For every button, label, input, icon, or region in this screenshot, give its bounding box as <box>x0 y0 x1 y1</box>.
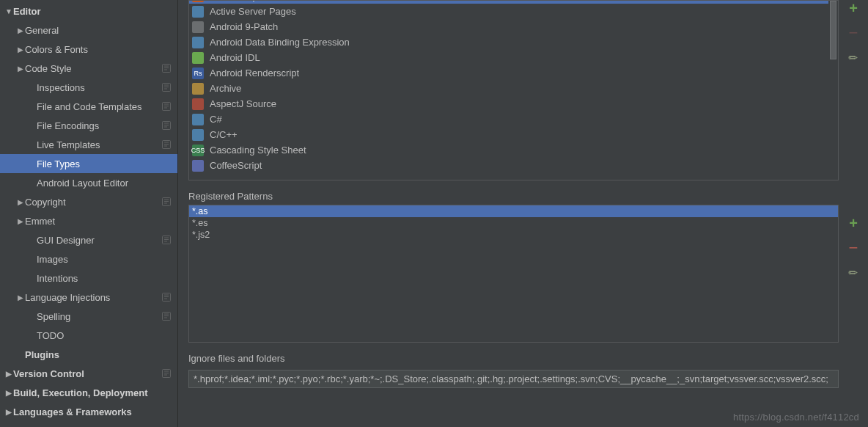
sidebar-item[interactable]: Inspections <box>0 78 177 97</box>
chevron-right-icon: ▶ <box>16 26 25 34</box>
sidebar-item[interactable]: GUI Designer <box>0 230 177 249</box>
svg-rect-37 <box>164 371 169 372</box>
sidebar-item[interactable]: ▶General <box>0 21 177 40</box>
filetype-row[interactable]: CSSCascading Style Sheet <box>189 142 838 158</box>
sidebar-item-label: Build, Execution, Deployment <box>13 387 177 398</box>
filetype-row[interactable]: Android Data Binding Expression <box>189 34 838 50</box>
svg-rect-9 <box>164 104 169 105</box>
scope-icon <box>160 82 173 92</box>
svg-rect-31 <box>164 299 167 299</box>
filetype-row[interactable]: Android IDL <box>189 50 838 65</box>
filetype-label: C/C++ <box>210 129 238 140</box>
scope-icon <box>160 139 173 150</box>
svg-rect-39 <box>164 375 167 376</box>
edit-pattern-button[interactable]: ✎ <box>842 261 864 284</box>
svg-rect-21 <box>164 200 169 200</box>
sidebar-item[interactable]: ▶Code Style <box>0 59 177 78</box>
chevron-right-icon: ▶ <box>4 389 13 397</box>
sidebar-item[interactable]: ▶Languages & Frameworks <box>0 402 177 421</box>
filetype-list[interactable]: ASActionScriptActive Server PagesAndroid… <box>188 0 839 180</box>
svg-rect-26 <box>164 239 169 240</box>
filetype-icon: CSS <box>192 145 204 156</box>
sidebar-item[interactable]: Live Templates <box>0 135 177 154</box>
sidebar-item[interactable]: ▶Build, Execution, Deployment <box>0 383 177 402</box>
svg-rect-18 <box>164 144 169 145</box>
remove-filetype-button[interactable]: − <box>845 25 861 41</box>
filetype-row[interactable]: CoffeeScript <box>189 158 838 173</box>
svg-rect-10 <box>164 106 169 106</box>
filetype-icon <box>192 6 204 18</box>
add-filetype-button[interactable]: + <box>845 0 861 16</box>
filetype-row[interactable]: C# <box>189 112 838 127</box>
ignore-input[interactable] <box>188 370 839 388</box>
sidebar-item-label: Editor <box>13 6 177 17</box>
sidebar-item-label: Intentions <box>37 273 177 284</box>
sidebar-item[interactable]: File Types <box>0 154 177 173</box>
svg-rect-34 <box>164 315 169 316</box>
svg-rect-38 <box>164 373 169 373</box>
filetype-icon <box>192 37 204 48</box>
filetype-icon: Rs <box>192 67 204 79</box>
filetype-row[interactable]: C/C++ <box>189 127 838 142</box>
sidebar-item[interactable]: ▶Version Control <box>0 364 177 383</box>
sidebar-item[interactable]: ▶Colors & Fonts <box>0 40 177 59</box>
patterns-actions: + − ✎ <box>843 215 864 281</box>
sidebar-item[interactable]: ▶Language Injections <box>0 288 177 307</box>
pattern-row[interactable]: *.es <box>189 217 838 229</box>
patterns-list[interactable]: *.as*.es*.js2 <box>188 205 839 343</box>
scroll-thumb[interactable] <box>830 1 836 59</box>
chevron-down-icon: ▼ <box>4 7 13 15</box>
filetype-icon <box>192 52 204 64</box>
sidebar-item[interactable]: Spelling <box>0 307 177 326</box>
filetype-row[interactable]: AspectJ Source <box>189 96 838 112</box>
sidebar-item-label: TODO <box>37 330 177 341</box>
sidebar-item-label: Images <box>37 254 177 265</box>
sidebar-item[interactable]: TODO <box>0 326 177 345</box>
sidebar-item[interactable]: File and Code Templates <box>0 97 177 116</box>
filetype-label: C# <box>210 114 222 125</box>
sidebar-item[interactable]: Intentions <box>0 269 177 288</box>
watermark: https://blog.csdn.net/f4112cd <box>733 412 864 423</box>
svg-rect-29 <box>164 295 169 296</box>
filetype-icon <box>192 160 204 172</box>
svg-rect-5 <box>164 85 169 86</box>
sidebar-item[interactable]: ▼Editor <box>0 1 177 21</box>
svg-rect-27 <box>164 241 167 242</box>
filetypes-pane: ASActionScriptActive Server PagesAndroid… <box>178 0 868 180</box>
chevron-right-icon: ▶ <box>16 217 25 225</box>
scope-icon <box>160 197 173 207</box>
pattern-row[interactable]: *.js2 <box>189 229 838 241</box>
sidebar-item[interactable]: Images <box>0 249 177 269</box>
remove-pattern-button[interactable]: − <box>845 240 861 256</box>
sidebar-item-label: Languages & Frameworks <box>13 406 177 417</box>
sidebar-item-label: Colors & Fonts <box>25 44 177 55</box>
scope-icon <box>160 63 173 73</box>
edit-filetype-button[interactable]: ✎ <box>842 46 864 69</box>
filetype-label: Active Server Pages <box>210 6 296 17</box>
sidebar-item[interactable]: ▶Emmet <box>0 211 177 230</box>
filetype-row[interactable]: Archive <box>189 81 838 96</box>
filetype-label: Cascading Style Sheet <box>210 145 306 156</box>
sidebar-item[interactable]: Android Layout Editor <box>0 173 177 192</box>
sidebar-item-label: File and Code Templates <box>37 101 160 112</box>
sidebar-item[interactable]: File Encodings <box>0 116 177 135</box>
filetype-icon: AS <box>192 0 204 2</box>
sidebar-item-label: Live Templates <box>37 139 160 150</box>
sidebar-item-label: Language Injections <box>25 292 160 303</box>
svg-rect-15 <box>164 127 167 128</box>
filetype-scrollbar[interactable] <box>828 0 839 180</box>
scope-icon <box>160 101 173 112</box>
chevron-right-icon: ▶ <box>16 45 25 54</box>
sidebar-item[interactable]: ▶Copyright <box>0 192 177 211</box>
add-pattern-button[interactable]: + <box>845 215 861 231</box>
scope-icon <box>160 311 173 321</box>
svg-rect-30 <box>164 296 169 297</box>
filetype-row[interactable]: RsAndroid Renderscript <box>189 65 838 81</box>
filetype-row[interactable]: Android 9-Patch <box>189 19 838 34</box>
pattern-row[interactable]: *.as <box>189 205 838 217</box>
filetype-row[interactable]: Active Server Pages <box>189 4 838 19</box>
sidebar-item[interactable]: Plugins <box>0 345 177 364</box>
filetype-label: Android Data Binding Expression <box>210 37 350 48</box>
chevron-right-icon: ▶ <box>4 408 13 416</box>
svg-rect-6 <box>164 87 169 87</box>
